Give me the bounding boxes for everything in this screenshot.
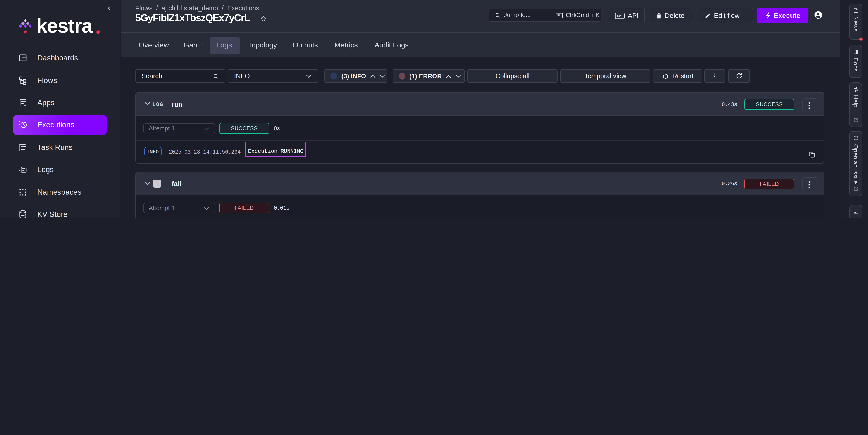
svg-text:API: API	[617, 14, 623, 18]
